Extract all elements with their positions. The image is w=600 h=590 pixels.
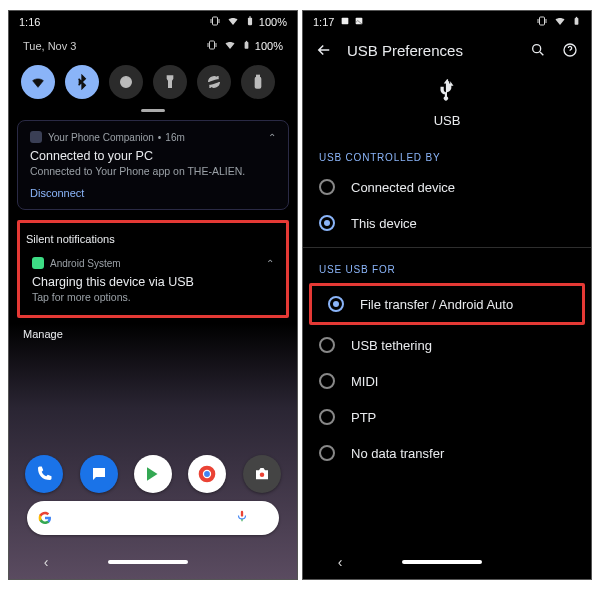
usb-icon (434, 77, 460, 103)
battery-saver-toggle[interactable] (241, 65, 275, 99)
wifi-icon (224, 39, 236, 53)
usb-label: USB (303, 113, 591, 128)
disconnect-action[interactable]: Disconnect (30, 187, 276, 199)
svg-rect-8 (257, 75, 260, 77)
play-store-app[interactable] (134, 455, 172, 493)
radio-icon (319, 215, 335, 231)
radio-usb-tethering[interactable]: USB tethering (303, 327, 591, 363)
android-icon (32, 257, 44, 269)
search-icon[interactable] (529, 41, 547, 59)
manage-notifications-button[interactable]: Manage (17, 318, 289, 350)
shade-handle[interactable] (141, 109, 165, 112)
home-pill[interactable] (108, 560, 188, 564)
battery-icon (242, 39, 251, 53)
svg-point-11 (204, 471, 210, 477)
battery-percent: 100% (259, 16, 287, 28)
svg-rect-16 (540, 17, 545, 25)
radio-ptp[interactable]: PTP (303, 399, 591, 435)
vibrate-icon (206, 39, 218, 53)
radio-no-data-transfer[interactable]: No data transfer (303, 435, 591, 471)
svg-rect-1 (248, 18, 252, 26)
notification-your-phone[interactable]: Your Phone Companion • 16m ⌃ Connected t… (17, 120, 289, 210)
radio-this-device[interactable]: This device (303, 205, 591, 241)
radio-icon (319, 409, 335, 425)
notification-age: 16m (165, 132, 184, 143)
battery-icon (245, 15, 255, 29)
wifi-icon (554, 15, 566, 29)
camera-app[interactable] (243, 455, 281, 493)
wifi-toggle[interactable] (21, 65, 55, 99)
notification-title: Charging this device via USB (32, 275, 274, 289)
chevron-up-icon[interactable]: ⌃ (266, 258, 274, 269)
bluetooth-toggle[interactable] (65, 65, 99, 99)
battery-percent: 100% (255, 40, 283, 52)
screenshot-icon (340, 16, 350, 28)
wifi-icon (227, 15, 239, 29)
dnd-toggle[interactable] (109, 65, 143, 99)
radio-icon (319, 373, 335, 389)
notification-app-name: Android System (50, 258, 121, 269)
radio-icon (328, 296, 344, 312)
battery-icon (572, 15, 581, 29)
notification-subtitle: Connected to Your Phone app on THE-ALIEN… (30, 165, 276, 177)
svg-rect-7 (255, 77, 260, 88)
radio-label: USB tethering (351, 338, 432, 353)
chevron-up-icon[interactable]: ⌃ (268, 132, 276, 143)
highlight-silent-notifications: Silent notifications Android System ⌃ Ch… (17, 220, 289, 318)
svg-rect-4 (244, 42, 248, 49)
radio-midi[interactable]: MIDI (303, 363, 591, 399)
silent-notifications-label: Silent notifications (22, 225, 284, 251)
assistant-icon[interactable] (257, 509, 269, 527)
your-phone-icon (30, 131, 42, 143)
radio-icon (319, 179, 335, 195)
chrome-app[interactable] (188, 455, 226, 493)
home-pill[interactable] (402, 560, 482, 564)
mic-icon[interactable] (235, 509, 249, 527)
help-icon[interactable] (561, 41, 579, 59)
back-button[interactable] (315, 41, 333, 59)
messages-app[interactable] (80, 455, 118, 493)
svg-point-19 (533, 45, 541, 53)
radio-label: MIDI (351, 374, 378, 389)
flashlight-toggle[interactable] (153, 65, 187, 99)
nav-bar: ‹ (9, 545, 297, 579)
radio-file-transfer[interactable]: File transfer / Android Auto (312, 286, 582, 322)
notification-android-system[interactable]: Android System ⌃ Charging this device vi… (22, 251, 284, 311)
divider (303, 247, 591, 248)
radio-label: File transfer / Android Auto (360, 297, 513, 312)
radio-connected-device[interactable]: Connected device (303, 169, 591, 205)
notification-title: Connected to your PC (30, 149, 276, 163)
group-use-usb-for: USE USB FOR (303, 254, 591, 281)
google-search-bar[interactable] (27, 501, 279, 535)
group-usb-controlled-by: USB CONTROLLED BY (303, 142, 591, 169)
svg-point-12 (259, 473, 264, 478)
svg-rect-3 (209, 41, 214, 49)
nav-bar: ‹ (303, 545, 591, 579)
radio-label: PTP (351, 410, 376, 425)
google-icon (37, 510, 53, 526)
page-title: USB Preferences (347, 42, 463, 59)
quick-settings-row (17, 61, 289, 109)
toolbar: USB Preferences (303, 33, 591, 69)
gallery-icon (354, 16, 364, 28)
status-time: 1:17 (313, 16, 334, 28)
radio-label: Connected device (351, 180, 455, 195)
back-button[interactable]: ‹ (44, 554, 49, 570)
phone-app[interactable] (25, 455, 63, 493)
vibrate-icon (209, 15, 221, 29)
status-bar: 1:17 (303, 11, 591, 33)
status-time: 1:16 (19, 16, 40, 28)
home-apps-row (9, 455, 297, 493)
notification-subtitle: Tap for more options. (32, 291, 274, 303)
status-date: Tue, Nov 3 (23, 40, 76, 52)
svg-rect-14 (342, 18, 349, 25)
radio-icon (319, 337, 335, 353)
notification-app-name: Your Phone Companion (48, 132, 154, 143)
svg-rect-13 (241, 511, 243, 517)
autorotate-toggle[interactable] (197, 65, 231, 99)
svg-rect-0 (212, 17, 217, 25)
status-bar: 1:16 100% (9, 11, 297, 33)
vibrate-icon (536, 15, 548, 29)
back-button[interactable]: ‹ (338, 554, 343, 570)
right-device-frame: 1:17 USB Preferences (302, 10, 592, 580)
